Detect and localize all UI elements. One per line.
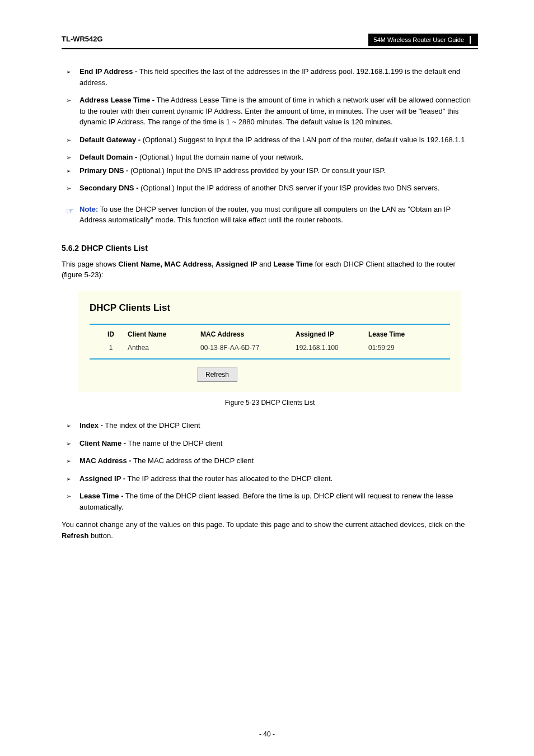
bullet-text: Client Name - The name of the DHCP clien… bbox=[79, 438, 478, 449]
arrow-bullet-icon: ➢ bbox=[66, 152, 79, 163]
bullet-lease-time: ➢ Address Lease Time - The Address Lease… bbox=[62, 95, 478, 128]
col-header-id: ID bbox=[94, 329, 128, 339]
section-intro: This page shows Client Name, MAC Address… bbox=[62, 259, 478, 281]
table-cell: 1 bbox=[94, 343, 128, 353]
col-header-mac: MAC Address bbox=[200, 329, 296, 339]
closing-paragraph: You cannot change any of the values on t… bbox=[62, 519, 478, 541]
col-header-lease: Lease Time bbox=[368, 329, 419, 339]
bullet-assigned-ip: ➢ Assigned IP - The IP address that the … bbox=[62, 473, 478, 484]
arrow-bullet-icon: ➢ bbox=[66, 165, 79, 176]
table-cell: 00-13-8F-AA-6D-77 bbox=[200, 343, 296, 353]
dhcp-clients-figure: DHCP Clients List ID 1 Client Name Anthe… bbox=[78, 291, 461, 393]
bullet-text: End IP Address - This field specifies th… bbox=[79, 66, 478, 88]
arrow-bullet-icon: ➢ bbox=[66, 420, 79, 431]
figure-caption: Figure 5-23 DHCP Clients List bbox=[62, 398, 478, 408]
bullet-text: Address Lease Time - The Address Lease T… bbox=[79, 95, 478, 128]
bullet-text: Secondary DNS - (Optional.) Input the IP… bbox=[79, 183, 478, 194]
bullet-text: Index - The index of the DHCP Client bbox=[79, 420, 478, 431]
arrow-bullet-icon: ➢ bbox=[66, 183, 79, 194]
arrow-bullet-icon: ➢ bbox=[66, 455, 79, 466]
bullet-secondary-dns: ➢ Secondary DNS - (Optional.) Input the … bbox=[62, 183, 478, 194]
bullet-text: Default Gateway - (Optional.) Suggest to… bbox=[79, 134, 478, 146]
document-title-text: 54M Wireless Router User Guide bbox=[374, 36, 464, 43]
bullet-client-name: ➢ Client Name - The name of the DHCP cli… bbox=[62, 438, 478, 449]
arrow-bullet-icon: ➢ bbox=[66, 473, 79, 484]
clients-table: ID 1 Client Name Anthea MAC Address 00-1… bbox=[90, 329, 450, 353]
bullet-default-domain: ➢ Default Domain - (Optional.) Input the… bbox=[62, 152, 478, 163]
arrow-bullet-icon: ➢ bbox=[66, 66, 79, 88]
document-title: 54M Wireless Router User Guide bbox=[368, 34, 478, 46]
section-heading: 5.6.2 DHCP Clients List bbox=[62, 242, 478, 254]
table-cell: 01:59:29 bbox=[368, 343, 419, 353]
arrow-bullet-icon: ➢ bbox=[66, 134, 79, 146]
bullet-text: Lease Time - The time of the DHCP client… bbox=[79, 491, 478, 512]
table-cell: 192.168.1.100 bbox=[296, 343, 368, 353]
arrow-bullet-icon: ➢ bbox=[66, 438, 79, 449]
figure-title: DHCP Clients List bbox=[90, 301, 450, 315]
arrow-bullet-icon: ➢ bbox=[66, 491, 79, 512]
bullet-index: ➢ Index - The index of the DHCP Client bbox=[62, 420, 478, 431]
bullet-text: MAC Address - The MAC address of the DHC… bbox=[79, 455, 478, 466]
note-block: ☞ Note: To use the DHCP server function … bbox=[66, 204, 478, 226]
page-number: - 40 - bbox=[0, 730, 534, 738]
note-text: Note: To use the DHCP server function of… bbox=[79, 204, 478, 226]
figure-separator bbox=[90, 324, 450, 325]
pointing-hand-icon: ☞ bbox=[66, 204, 79, 226]
bullet-default-gateway: ➢ Default Gateway - (Optional.) Suggest … bbox=[62, 134, 478, 146]
bullet-mac-address: ➢ MAC Address - The MAC address of the D… bbox=[62, 455, 478, 466]
bullet-lease-time-2: ➢ Lease Time - The time of the DHCP clie… bbox=[62, 491, 478, 512]
header-divider bbox=[470, 36, 471, 44]
col-header-name: Client Name bbox=[128, 329, 200, 339]
bullet-primary-dns: ➢ Primary DNS - (Optional.) Input the DN… bbox=[62, 165, 478, 176]
page-content: ➢ End IP Address - This field specifies … bbox=[62, 66, 478, 541]
refresh-button[interactable]: Refresh bbox=[197, 367, 237, 382]
document-header: TL-WR542G 54M Wireless Router User Guide bbox=[62, 34, 478, 49]
bullet-text: Primary DNS - (Optional.) Input the DNS … bbox=[79, 165, 478, 176]
col-header-ip: Assigned IP bbox=[296, 329, 368, 339]
arrow-bullet-icon: ➢ bbox=[66, 95, 79, 128]
bullet-text: Assigned IP - The IP address that the ro… bbox=[79, 473, 478, 484]
table-cell: Anthea bbox=[128, 343, 200, 353]
product-model: TL-WR542G bbox=[62, 35, 103, 43]
figure-separator bbox=[90, 358, 450, 360]
bullet-text: Default Domain - (Optional.) Input the d… bbox=[79, 152, 478, 163]
bullet-end-ip: ➢ End IP Address - This field specifies … bbox=[62, 66, 478, 88]
